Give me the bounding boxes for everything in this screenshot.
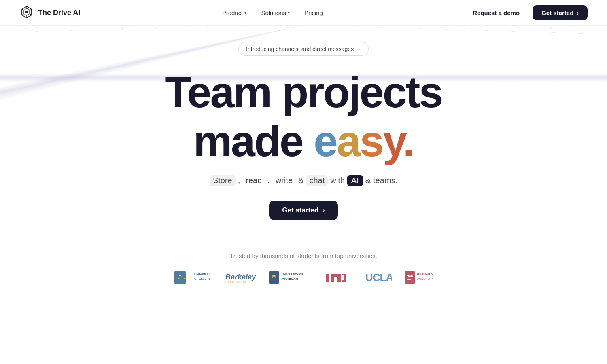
list-item: U ALBERTA UNIVERSITY OF ALBERTA	[174, 271, 210, 284]
letter-e: e	[314, 116, 337, 165]
logo-text: The Drive AI	[38, 8, 80, 17]
svg-text:UNIVERSITY: UNIVERSITY	[417, 277, 433, 280]
subtext-write: write	[272, 175, 296, 186]
svg-rect-28	[405, 271, 415, 284]
list-item: HAR VARD HARVARD UNIVERSITY	[405, 271, 433, 284]
chevron-down-icon: ▾	[244, 11, 246, 15]
hero-content: Introducing channels, and direct message…	[0, 26, 607, 252]
letter-y: y	[383, 116, 403, 165]
university-of-michigan-logo: M UNIVERSITY OF MICHIGAN	[269, 271, 313, 284]
svg-rect-23	[337, 274, 341, 282]
announcement-banner[interactable]: Introducing channels, and direct message…	[238, 42, 369, 56]
nav-solutions[interactable]: Solutions ▾	[255, 6, 295, 19]
svg-text:UNIVERSITY: UNIVERSITY	[194, 273, 210, 276]
svg-text:Berkeley: Berkeley	[225, 273, 256, 281]
letter-a: a	[337, 116, 360, 165]
arrow-right-icon: ›	[577, 10, 579, 16]
svg-text:HAR: HAR	[407, 274, 413, 277]
easy-word: easy.	[314, 118, 414, 164]
hero-headline-line1: Team projects	[165, 70, 442, 114]
svg-rect-20	[326, 274, 329, 282]
hero-subtext: Store , read , write & chat with AI & te…	[210, 175, 397, 186]
svg-text:UNIVERSITY OF: UNIVERSITY OF	[282, 273, 304, 276]
nav-links: Product ▾ Solutions ▾ Pricing	[216, 6, 329, 19]
trust-text: Trusted by thousands of students from to…	[174, 252, 433, 259]
hero-section: Introducing channels, and direct message…	[0, 0, 607, 364]
list-item: Berkeley CALIFORNIA	[223, 271, 256, 284]
hero-cta-button[interactable]: Get started ›	[269, 201, 337, 220]
subtext-chat: chat	[306, 175, 328, 186]
letter-dot: .	[403, 116, 414, 165]
letter-s: s	[360, 116, 383, 165]
cta-arrow-icon: ›	[323, 206, 325, 214]
svg-text:OF ALBERTA: OF ALBERTA	[194, 277, 210, 280]
list-item: M UNIVERSITY OF MICHIGAN	[269, 271, 313, 284]
logo-link[interactable]: The Drive AI	[19, 6, 80, 20]
request-demo-button[interactable]: Request a demo	[465, 5, 528, 20]
svg-text:UCLA: UCLA	[365, 271, 392, 284]
chevron-down-icon: ▾	[288, 11, 290, 15]
nav-pricing[interactable]: Pricing	[299, 6, 329, 19]
svg-text:U: U	[179, 274, 181, 277]
logo-icon	[19, 6, 34, 20]
svg-point-8	[25, 11, 28, 13]
svg-text:MICHIGAN: MICHIGAN	[282, 277, 298, 281]
navbar: The Drive AI Product ▾ Solutions ▾ Prici…	[0, 0, 607, 26]
berkeley-logo: Berkeley CALIFORNIA	[223, 271, 256, 284]
svg-text:M: M	[272, 275, 276, 279]
subtext-ai: AI	[347, 175, 363, 186]
svg-text:VARD: VARD	[407, 278, 414, 281]
university-of-alberta-logo: U ALBERTA UNIVERSITY OF ALBERTA	[174, 271, 210, 284]
svg-text:ALBERTA: ALBERTA	[175, 277, 185, 280]
svg-rect-26	[342, 280, 346, 282]
get-started-button[interactable]: Get started ›	[533, 5, 588, 20]
svg-text:HARVARD: HARVARD	[417, 273, 433, 276]
nav-product[interactable]: Product ▾	[216, 6, 253, 19]
list-item: UCLA	[363, 271, 392, 284]
ucla-logo: UCLA	[363, 271, 392, 284]
subtext-store: Store	[210, 175, 236, 186]
university-logos: U ALBERTA UNIVERSITY OF ALBERTA Berkeley…	[174, 271, 433, 284]
trust-section: Trusted by thousands of students from to…	[164, 252, 443, 301]
list-item	[326, 271, 350, 284]
mit-logo	[326, 271, 350, 284]
subtext-read: read	[242, 175, 265, 186]
harvard-logo: HAR VARD HARVARD UNIVERSITY	[405, 271, 433, 284]
nav-actions: Request a demo Get started ›	[465, 5, 588, 20]
hero-headline-line2: made easy.	[193, 118, 414, 164]
svg-text:CALIFORNIA: CALIFORNIA	[225, 281, 246, 284]
